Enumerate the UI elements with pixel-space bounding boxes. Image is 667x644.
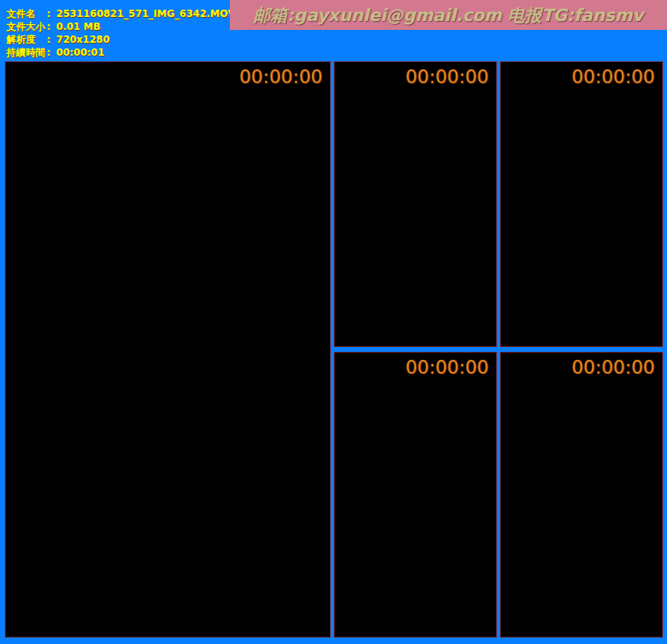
info-colon: : — [47, 33, 51, 46]
info-value-resolution: 720x1280 — [56, 34, 110, 45]
thumbnail-grid: 00:00:00 00:00:00 00:00:00 00:00:00 00:0… — [5, 61, 663, 638]
frame-timestamp: 00:00:00 — [406, 357, 489, 378]
info-label-duration: 持續時間 — [6, 46, 47, 59]
info-value-duration: 00:00:01 — [56, 47, 105, 58]
video-frame-5: 00:00:00 — [500, 352, 663, 638]
frame-timestamp: 00:00:00 — [406, 66, 489, 87]
video-frame-2: 00:00:00 — [334, 61, 497, 347]
info-row-duration: 持續時間:00:00:01 — [6, 46, 236, 59]
video-frame-1: 00:00:00 — [5, 61, 331, 638]
info-label-resolution: 解析度 — [6, 33, 47, 46]
info-label-filesize: 文件大小 — [6, 20, 47, 33]
video-contact-sheet: 文件名:2531160821_571_IMG_6342.MOV 文件大小:0.0… — [0, 0, 667, 644]
contact-banner-text: 邮箱:gayxunlei@gmail.com 电报TG:fansmv — [253, 4, 644, 27]
frame-timestamp: 00:00:00 — [240, 66, 323, 87]
frame-timestamp: 00:00:00 — [572, 357, 655, 378]
info-colon: : — [47, 20, 51, 33]
info-row-resolution: 解析度:720x1280 — [6, 33, 236, 46]
info-label-filename: 文件名 — [6, 7, 47, 20]
video-frame-3: 00:00:00 — [500, 61, 663, 347]
info-value-filename: 2531160821_571_IMG_6342.MOV — [56, 8, 236, 19]
info-row-filename: 文件名:2531160821_571_IMG_6342.MOV — [6, 7, 236, 20]
frame-timestamp: 00:00:00 — [572, 66, 655, 87]
contact-banner: 邮箱:gayxunlei@gmail.com 电报TG:fansmv — [230, 0, 667, 30]
info-row-filesize: 文件大小:0.01 MB — [6, 20, 236, 33]
file-info-panel: 文件名:2531160821_571_IMG_6342.MOV 文件大小:0.0… — [6, 7, 236, 59]
info-colon: : — [47, 46, 51, 59]
info-colon: : — [47, 7, 51, 20]
video-frame-4: 00:00:00 — [334, 352, 497, 638]
info-value-filesize: 0.01 MB — [56, 21, 101, 32]
